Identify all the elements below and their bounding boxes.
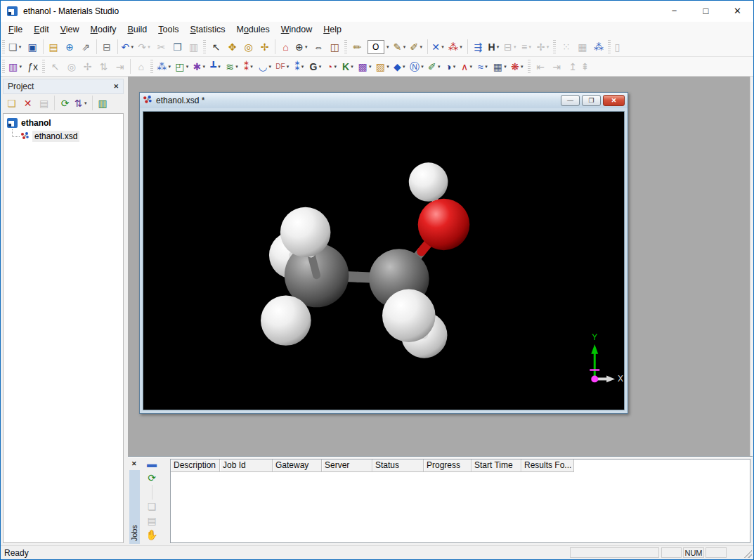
toolbar-grip[interactable] (150, 60, 153, 74)
module-blue-atoms-button[interactable]: ⁑▾ (292, 58, 308, 75)
atom-h-bottom-right[interactable] (382, 289, 436, 342)
sort-project-button[interactable]: ⇅▾ (73, 95, 90, 112)
module-onetep-button[interactable]: Ⓝ▾ (408, 58, 427, 75)
jobs-column-gateway[interactable]: Gateway (273, 460, 322, 472)
module-gulp-button[interactable]: G▾ (308, 58, 325, 75)
atom-h-top-front[interactable] (280, 207, 331, 257)
module-kinetix-button[interactable]: K▾ (341, 58, 357, 75)
selection-mode-button[interactable]: ↖ (208, 39, 224, 56)
new-item-button[interactable]: ❏ (4, 95, 20, 112)
module-dftb-button[interactable]: DF▾ (274, 58, 292, 75)
menu-file[interactable]: File (3, 23, 28, 36)
molecule-3d-scene[interactable]: YX (143, 112, 624, 410)
module-mosaic-color-button[interactable]: ▨▾ (375, 58, 392, 75)
module-red-atoms-button[interactable]: ⁑▾ (241, 58, 257, 75)
zoom-mode-button[interactable]: ◎ (240, 39, 256, 56)
jobs-column-description[interactable]: Description (171, 460, 220, 472)
jobs-column-job-id[interactable]: Job Id (220, 460, 273, 472)
module-3d-box-button[interactable]: ◰▾ (174, 58, 191, 75)
translate-mode-button[interactable]: ✢ (256, 39, 273, 56)
close-button[interactable]: ✕ (722, 1, 753, 21)
new-document-button[interactable]: ❏▾ (7, 39, 25, 56)
maximize-button[interactable]: □ (690, 1, 722, 21)
jobs-panel-close-icon[interactable]: ✕ (131, 460, 137, 467)
menu-window[interactable]: Window (275, 23, 318, 36)
doc-close-button[interactable]: ✕ (603, 95, 625, 106)
menu-modify[interactable]: Modify (85, 23, 122, 36)
refresh-jobs-button[interactable]: ⟳ (144, 471, 160, 485)
minimize-button[interactable]: − (658, 1, 690, 21)
menu-statistics[interactable]: Statistics (184, 23, 230, 36)
print-button[interactable]: ⊟ (99, 39, 115, 56)
module-blue-gem-button[interactable]: ◆▾ (392, 58, 408, 75)
tree-item-ethanol[interactable]: ethanol (4, 116, 123, 129)
menu-edit[interactable]: Edit (28, 23, 55, 36)
toolbar-grip[interactable] (42, 60, 45, 74)
module-compass-button[interactable]: ◔▾ (325, 58, 341, 75)
home-view-button[interactable]: ⌂ (278, 39, 294, 56)
module-amorphous-button[interactable]: ✱▾ (191, 58, 208, 75)
import-button[interactable]: ⊕ (62, 39, 78, 56)
atom-o[interactable] (418, 199, 470, 250)
toolbar-grip[interactable] (203, 40, 206, 54)
jobs-column-start-time[interactable]: Start Time (472, 460, 521, 472)
module-balance-button[interactable]: ┻▾ (208, 58, 224, 75)
library-button[interactable]: ▥ (95, 95, 111, 112)
sketch-ring-button[interactable]: ✎▾ (392, 39, 409, 56)
menu-help[interactable]: Help (318, 23, 347, 36)
toolbar-grip[interactable] (344, 40, 347, 54)
undo-button[interactable]: ↶▾ (120, 39, 137, 56)
tree-item-ethanol-xsd[interactable]: ethanol.xsd (4, 129, 123, 143)
toolbar-grip[interactable] (528, 60, 531, 74)
project-panel-header[interactable]: Project ✕ (3, 79, 124, 94)
doc-minimize-button[interactable]: — (561, 95, 580, 106)
menu-view[interactable]: View (55, 23, 85, 36)
adjust-hydrogen-button[interactable]: H▾ (486, 39, 502, 56)
jobs-tab[interactable]: Jobs (130, 525, 138, 541)
module-bond-arc-button[interactable]: ◡▾ (257, 58, 274, 75)
resize-grip-icon[interactable] (743, 549, 752, 558)
module-peaks-button[interactable]: ∧▾ (460, 58, 476, 75)
fit-view-button[interactable]: ⇔ (311, 39, 327, 56)
atom-h-bottom-left[interactable] (261, 296, 311, 346)
module-waves-button[interactable]: ≋▾ (224, 58, 241, 75)
sketch-fragment-button[interactable]: ✐▾ (409, 39, 426, 56)
scripting-button[interactable]: ƒx (25, 58, 41, 75)
copy-button[interactable]: ❐ (169, 39, 186, 56)
open-button[interactable]: ▤ (46, 39, 62, 56)
atom-h-hydroxyl[interactable] (409, 162, 448, 201)
module-mosaic-purple-button[interactable]: ▩▾ (357, 58, 375, 75)
module-disc-button[interactable]: ◑▾ (443, 58, 460, 75)
watch-job-button[interactable]: ▬ (144, 457, 160, 471)
doc-restore-button[interactable]: ❐ (582, 95, 601, 106)
module-structure-button[interactable]: ⁂▾ (155, 58, 174, 75)
toolbar-grip[interactable] (2, 60, 5, 74)
clean-tool-button[interactable]: ✕▾ (430, 39, 447, 56)
module-green-pencil-button[interactable]: ✐▾ (427, 58, 443, 75)
jobs-column-progress[interactable]: Progress (424, 460, 472, 472)
view-center-button[interactable]: ⊕▾ (294, 39, 311, 56)
menu-modules[interactable]: Modules (230, 23, 275, 36)
module-vamp-button[interactable]: ❋▾ (509, 58, 526, 75)
module-table-button[interactable]: ▦▾ (492, 58, 509, 75)
project-panel-close-icon[interactable]: ✕ (113, 83, 119, 90)
element-selector[interactable]: O▾ (365, 39, 392, 56)
molecule-viewport[interactable]: YX (143, 111, 625, 410)
view-orientation-button[interactable]: ◫ (327, 39, 343, 56)
toolbar-grip[interactable] (553, 40, 556, 54)
window-style-button[interactable]: ▥▾ (7, 58, 25, 75)
reorder-atoms-button[interactable]: ⇶ (470, 39, 486, 56)
add-atom-button[interactable]: ⁂▾ (447, 39, 465, 56)
document-window[interactable]: ethanol.xsd * —❐✕ YX (139, 92, 628, 414)
menu-build[interactable]: Build (122, 23, 152, 36)
symmetry-tools-button[interactable]: ⁂ (590, 39, 606, 56)
refresh-project-button[interactable]: ⟳ (57, 95, 73, 112)
toolbar-grip[interactable] (608, 40, 611, 54)
rotate-mode-button[interactable]: ✥ (224, 39, 240, 56)
menu-tools[interactable]: Tools (152, 23, 184, 36)
sketch-atom-button[interactable]: ✏ (349, 39, 365, 56)
jobs-column-results-fo-[interactable]: Results Fo... (521, 460, 574, 472)
jobs-column-status[interactable]: Status (372, 460, 424, 472)
title-bar[interactable]: ethanol - Materials Studio −□✕ (1, 1, 753, 22)
jobs-column-server[interactable]: Server (322, 460, 372, 472)
